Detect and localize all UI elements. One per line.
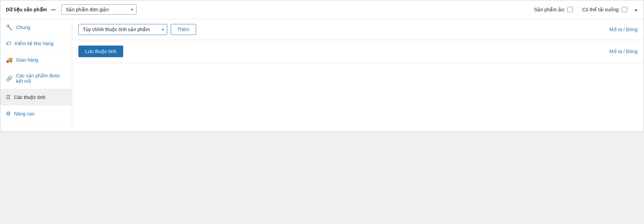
empty-area	[72, 63, 644, 132]
sidebar-label-nang-cao: Nâng cao	[14, 111, 35, 116]
attribute-section-bar: Tùy chỉnh thuộc tính sản phẩm ▾ Thêm Mở …	[72, 19, 644, 40]
sidebar-item-ket-noi[interactable]: 🔗 Các sản phẩm được kết nối	[0, 68, 72, 89]
panel-body: 🔧 Chung 🏷 Kiểm kê kho hàng 🚚 Giao hàng 🔗…	[0, 19, 644, 132]
sidebar-item-giao-hang[interactable]: 🚚 Giao hàng	[0, 52, 72, 68]
mo-ra-dong-link-2[interactable]: Mở ra / Đóng	[609, 49, 637, 54]
downloadable-checkbox[interactable]	[622, 7, 627, 12]
sidebar-label-thuoc-tinh: Các thuộc tính	[14, 95, 46, 100]
sidebar-item-kho[interactable]: 🏷 Kiểm kê kho hàng	[0, 36, 72, 52]
sidebar-label-giao-hang: Giao hàng	[16, 57, 38, 63]
virtual-checkbox-group: Sản phẩm ảo:	[534, 7, 573, 12]
sidebar-item-thuoc-tinh[interactable]: ☰ Các thuộc tính	[0, 89, 72, 105]
product-data-panel: Dữ liệu sản phẩm — Sản phẩm đơn giản ▾ S…	[0, 0, 644, 132]
panel-title: Dữ liệu sản phẩm	[6, 7, 47, 12]
tag-icon: 🏷	[6, 40, 11, 47]
panel-dash: —	[51, 7, 56, 12]
save-section: Lưu thuộc tính Mở ra / Đóng	[72, 40, 644, 63]
truck-icon: 🚚	[6, 57, 13, 63]
them-button[interactable]: Thêm	[171, 24, 196, 35]
sidebar-label-ket-noi: Các sản phẩm được kết nối	[16, 73, 66, 84]
panel-header: Dữ liệu sản phẩm — Sản phẩm đơn giản ▾ S…	[0, 0, 644, 19]
downloadable-checkbox-group: Có thể tải xuống:	[582, 7, 628, 12]
mo-ra-dong-link-1[interactable]: Mở ra / Đóng	[609, 27, 637, 32]
link-icon: 🔗	[6, 75, 13, 82]
collapse-arrow-icon[interactable]: ▲	[634, 7, 638, 12]
product-type-wrapper: Sản phẩm đơn giản ▾	[61, 4, 137, 15]
main-content: Tùy chỉnh thuộc tính sản phẩm ▾ Thêm Mở …	[72, 19, 644, 132]
sidebar-label-kho: Kiểm kê kho hàng	[15, 41, 53, 46]
wrench-icon: 🔧	[6, 24, 13, 30]
sidebar: 🔧 Chung 🏷 Kiểm kê kho hàng 🚚 Giao hàng 🔗…	[0, 19, 72, 132]
product-type-select[interactable]: Sản phẩm đơn giản	[61, 4, 137, 15]
virtual-label: Sản phẩm ảo:	[534, 7, 565, 12]
gear-icon: ⚙	[6, 110, 11, 117]
attribute-select-wrapper: Tùy chỉnh thuộc tính sản phẩm ▾	[78, 24, 167, 35]
luu-button[interactable]: Lưu thuộc tính	[78, 46, 123, 57]
downloadable-label: Có thể tải xuống:	[582, 7, 620, 12]
sidebar-item-chung[interactable]: 🔧 Chung	[0, 19, 72, 36]
sidebar-label-chung: Chung	[16, 25, 30, 30]
attribute-select[interactable]: Tùy chỉnh thuộc tính sản phẩm	[78, 24, 167, 35]
virtual-checkbox[interactable]	[567, 7, 573, 12]
table-icon: ☰	[6, 94, 11, 100]
sidebar-item-nang-cao[interactable]: ⚙ Nâng cao	[0, 105, 72, 122]
